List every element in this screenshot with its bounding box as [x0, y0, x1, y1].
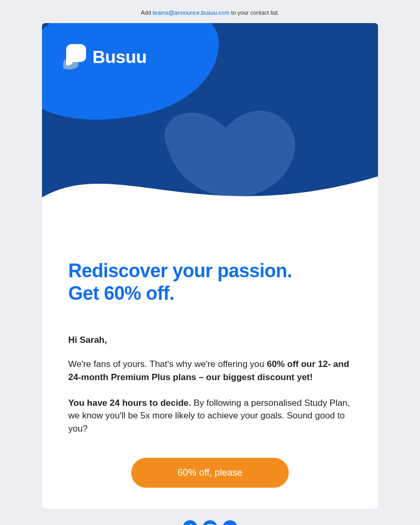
footer: Busuu Limited - City Place House, 55 Bas… [42, 520, 378, 525]
instagram-icon[interactable] [203, 520, 217, 525]
greeting: Hi Sarah, [68, 335, 352, 345]
preheader-email-link[interactable]: teams@announce.busuu.com [153, 9, 229, 16]
paragraph-1: We're fans of yours. That's why we're of… [68, 358, 352, 384]
youtube-icon[interactable] [223, 520, 237, 525]
content-section: Rediscover your passion. Get 60% off. Hi… [42, 223, 378, 509]
social-links [42, 520, 378, 525]
hero-section: Busuu [42, 23, 378, 223]
cta-button[interactable]: 60% off, please [131, 458, 289, 488]
logo-mark-icon [63, 44, 86, 69]
preheader-suffix: to your contact list. [229, 9, 279, 16]
headline: Rediscover your passion. Get 60% off. [68, 259, 352, 304]
headline-line-1: Rediscover your passion. [68, 259, 352, 282]
paragraph-2: You have 24 hours to decide. By followin… [68, 397, 352, 436]
wave-divider [42, 166, 378, 223]
para2-bold: You have 24 hours to decide. [68, 398, 191, 408]
email-card: Busuu Rediscover your passion. Get 60% o… [42, 23, 378, 509]
para1-text: We're fans of yours. That's why we're of… [68, 359, 267, 369]
brand-logo: Busuu [63, 44, 146, 69]
headline-line-2: Get 60% off. [68, 282, 352, 304]
brand-name: Busuu [92, 47, 146, 67]
facebook-icon[interactable] [183, 520, 197, 525]
preheader-text: Add teams@announce.busuu.com to your con… [0, 0, 420, 23]
preheader-prefix: Add [141, 9, 153, 16]
